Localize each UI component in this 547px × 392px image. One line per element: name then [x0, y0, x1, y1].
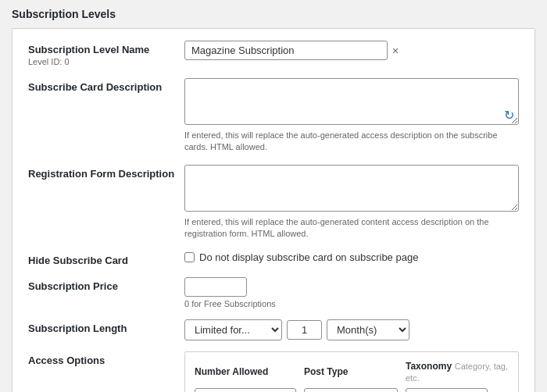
subscribe-card-description-wrapper: ↻ [184, 78, 519, 127]
hide-subscribe-card-checkbox-row: Do not display subscribe card on subscri… [184, 251, 519, 263]
registration-form-description-field: If entered, this will replace the auto-g… [184, 165, 519, 241]
subscription-length-period-select[interactable]: Month(s) Day(s) Week(s) Year(s) [327, 319, 409, 340]
subscription-price-row: Subscription Price 0 for Free Subscripti… [28, 277, 519, 308]
subscription-level-name-input[interactable] [184, 41, 388, 60]
subscribe-card-description-field: ↻ If entered, this will replace the auto… [184, 78, 519, 154]
subscription-length-field: Limited for... Unlimited Month(s) Day(s)… [184, 319, 519, 340]
access-options-row: Access Options Number Allowed Post Type … [28, 351, 519, 392]
post-type-header: Post Type [304, 366, 398, 377]
subscription-price-hint: 0 for Free Subscriptions [184, 299, 519, 308]
access-options-label: Access Options [28, 351, 184, 366]
hide-subscribe-card-field: Do not display subscribe card on subscri… [184, 251, 519, 263]
access-table-header: Number Allowed Post Type Taxonomy Catego… [195, 360, 509, 383]
clear-name-button[interactable]: × [391, 45, 400, 56]
subscription-level-name-field: × [184, 41, 519, 60]
subscription-price-label: Subscription Price [28, 277, 184, 292]
registration-form-description-label: Registration Form Description [28, 165, 184, 180]
taxonomy-select[interactable]: All Category Tag [406, 388, 488, 392]
registration-form-hint: If entered, this will replace the auto-g… [184, 216, 519, 241]
registration-form-description-row: Registration Form Description If entered… [28, 165, 519, 241]
subscribe-card-description-label: Subscribe Card Description [28, 78, 184, 93]
subscription-length-row: Subscription Length Limited for... Unlim… [28, 319, 519, 340]
access-table-row: Unlimited 1 5 10 25 50 100 Posts [195, 388, 509, 392]
number-allowed-select[interactable]: Unlimited 1 5 10 25 50 100 [195, 388, 296, 392]
subscription-level-name-label: Subscription Level Name Level ID: 0 [28, 41, 184, 67]
section-title: Subscription Levels [12, 8, 535, 20]
subscribe-card-description-textarea[interactable] [184, 78, 519, 125]
subscription-length-controls: Limited for... Unlimited Month(s) Day(s)… [184, 319, 519, 340]
subscription-price-input[interactable] [184, 277, 247, 297]
taxonomy-cell: All Category Tag [406, 388, 488, 392]
taxonomy-header: Taxonomy Category, tag, etc. [406, 360, 509, 383]
subscription-length-label: Subscription Length [28, 319, 184, 334]
subscribe-card-hint: If entered, this will replace the auto-g… [184, 130, 519, 154]
hide-subscribe-card-checkbox[interactable] [184, 252, 195, 262]
hide-subscribe-card-row: Hide Subscribe Card Do not display subsc… [28, 251, 519, 266]
post-type-cell: Posts Pages All [304, 388, 398, 392]
number-allowed-header: Number Allowed [195, 366, 296, 377]
subscription-level-name-row: Subscription Level Name Level ID: 0 × [28, 41, 519, 67]
subscription-length-type-select[interactable]: Limited for... Unlimited [184, 319, 282, 340]
hide-subscribe-card-label: Hide Subscribe Card [28, 251, 184, 266]
number-allowed-cell: Unlimited 1 5 10 25 50 100 [195, 388, 296, 392]
hide-subscribe-card-checkbox-label: Do not display subscribe card on subscri… [199, 251, 418, 263]
access-options-field: Number Allowed Post Type Taxonomy Catego… [184, 351, 519, 392]
subscription-length-number-input[interactable] [287, 320, 322, 340]
form-card: Subscription Level Name Level ID: 0 × Su… [12, 28, 535, 392]
subscribe-card-description-row: Subscribe Card Description ↻ If entered,… [28, 78, 519, 154]
access-options-box: Number Allowed Post Type Taxonomy Catego… [184, 351, 519, 392]
subscription-level-name-input-wrapper: × [184, 41, 519, 60]
post-type-select[interactable]: Posts Pages All [304, 388, 398, 392]
registration-form-description-textarea[interactable] [184, 165, 519, 212]
subscription-price-field: 0 for Free Subscriptions [184, 277, 519, 308]
refresh-icon[interactable]: ↻ [504, 108, 514, 123]
